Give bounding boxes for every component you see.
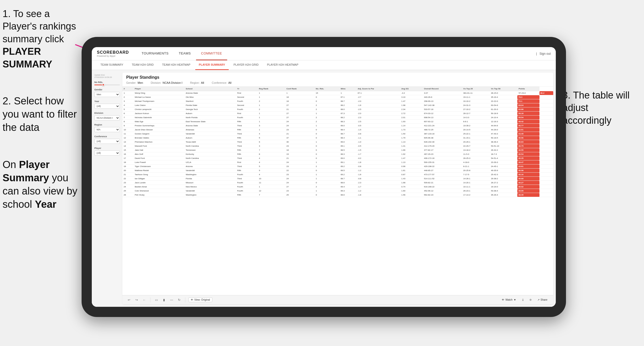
sign-out-link[interactable]: Sign out: [539, 52, 551, 56]
table-row[interactable]: 19Tiger ChristensenArizonaThird523269.2-…: [122, 164, 553, 169]
sub-tab-player-h2h-heatmap[interactable]: PLAYER H2H HEATMAP: [263, 60, 302, 70]
view-original-button[interactable]: 👁 View: Original: [188, 297, 212, 302]
toolbar-back[interactable]: ←: [141, 297, 147, 303]
no-rds-slider[interactable]: [94, 85, 120, 85]
table-cell-0: 12: [122, 136, 133, 140]
table-cell-5: 18: [285, 148, 315, 152]
table-row[interactable]: 6Jackson KoivunAuburnFirst127167.3-2.02.…: [122, 112, 553, 116]
table-cell-12: 24-10-4: [490, 116, 518, 120]
filter-player-select[interactable]: (All): [94, 150, 120, 156]
sub-tab-team-h2h-heatmap[interactable]: TEAM H2H HEATMAP: [159, 60, 194, 70]
filter-conference-select[interactable]: (All): [94, 139, 120, 144]
table-cell-13: 39.95: [517, 189, 539, 193]
toolbar-redo[interactable]: ↪: [134, 297, 139, 303]
table-row[interactable]: 13Phichaksn MaichonTexas A&MThird630169.…: [122, 140, 553, 144]
table-row[interactable]: 4Luke ClatonFlorida StateSecond127268.2-…: [122, 103, 553, 107]
table-row[interactable]: 22Ian GilliganFloridaThird1024168.7-0.81…: [122, 177, 553, 181]
table-cell-4: 1: [258, 103, 285, 107]
table-cell-10: 298-99-13: [423, 99, 462, 103]
nav-tab-teams[interactable]: TEAMS: [174, 47, 196, 60]
table-row[interactable]: 2Michael La SassoOle MissSecond118067.1-…: [122, 95, 553, 99]
table-cell-13: 68.04: [517, 103, 539, 107]
filter-region-select[interactable]: N/A All: [94, 127, 120, 132]
table-row[interactable]: 21Taehoon SongWashingtonFourth423169.2-1…: [122, 173, 553, 177]
table-row[interactable]: 20Matthew RiedelVanderbiltFifth922069.5-…: [122, 169, 553, 173]
table-cell-0: 10: [122, 128, 133, 132]
filter-division-select[interactable]: NCAA Division I NCAA Division II NCAA Di…: [94, 115, 120, 120]
table-row[interactable]: 8Mats EgeEast Tennessee StateFifth124268…: [122, 120, 553, 124]
table-cell-12: 63-54-6: [490, 103, 518, 107]
annotation-1: 1. To see a Player's rankings summary cl…: [3, 8, 82, 71]
table-cell-9: 0.74: [400, 185, 423, 189]
watch-button[interactable]: 👁 Watch ▼: [500, 298, 518, 302]
table-row[interactable]: 25Cole SherwoodVanderbiltFourth1223169.3…: [122, 189, 553, 193]
toolbar-paste[interactable]: ▮: [161, 297, 167, 303]
sub-tab-team-summary[interactable]: TEAM SUMMARY: [97, 60, 127, 70]
table-cell-3: Fourth: [236, 99, 257, 103]
table-cell-9: 1.47: [400, 156, 423, 160]
table-row[interactable]: 1Wenyi DingArizona StateFirst1115167.1-3…: [122, 91, 553, 95]
share-icon: ↗: [537, 298, 539, 301]
table-row[interactable]: 23Jack LundinMissouriFourth1124068.6-2.3…: [122, 181, 553, 185]
table-cell-7: 69.0: [339, 140, 356, 144]
table-cell-2: Florida State: [184, 103, 236, 107]
table-cell-11: 27-10-2: [462, 107, 490, 112]
nav-tab-tournaments[interactable]: TOURNAMENTS: [137, 47, 174, 60]
table-cell-8: -1.1: [356, 136, 400, 140]
table-row[interactable]: 9Preston SummerhaysArizona StateThird324…: [122, 124, 553, 128]
sub-tab-player-summary[interactable]: PLAYER SUMMARY: [195, 60, 229, 70]
annotation-bottom-prefix: On: [3, 159, 19, 170]
toolbar-undo[interactable]: ↩: [126, 297, 132, 303]
table-row[interactable]: 15Jake HallTennesseeFifth718068.5-1.51.6…: [122, 148, 553, 152]
table-cell-13: 40.55: [517, 148, 539, 152]
table-cell-1: Michael Thorbjornsen: [133, 99, 184, 103]
table-row[interactable]: 7Nicholas GabrelcikNorth FloridaFourth12…: [122, 116, 553, 120]
sub-tab-team-h2h-grid[interactable]: TEAM H2H GRID: [128, 60, 157, 70]
table-cell-11: 26-25-3: [462, 156, 490, 160]
table-cell-7: 67.1: [339, 95, 356, 99]
table-cell-1: Nicholas Gabrelcik: [133, 116, 184, 120]
table-cell-5: 24: [285, 124, 315, 128]
table-row[interactable]: 16Alex GoffKentuckyFifth819068.3-1.71.92…: [122, 152, 553, 156]
table-cell-2: Georgia Tech: [184, 107, 236, 112]
toolbar-copy[interactable]: ▭: [153, 297, 159, 303]
watch-chevron: ▼: [513, 298, 516, 301]
table-row[interactable]: 5Christo LamprechtGeorgia TechFourth2212…: [122, 107, 553, 112]
table-row[interactable]: 11Gordon SargentVanderbiltThird421068.7-…: [122, 132, 553, 136]
filter-gender-select[interactable]: Men Women: [94, 92, 120, 97]
table-row[interactable]: 10Jacob Shav-SlesserArkansasFifth123068.…: [122, 128, 553, 132]
share-label: Share: [540, 298, 547, 301]
table-cell-11: 13-18-2: [462, 148, 490, 152]
sub-tab-player-h2h-grid[interactable]: PLAYER H2H GRID: [230, 60, 262, 70]
table-cell-12: 24-45-1: [490, 164, 518, 169]
table-row[interactable]: 14Maxwell FordNorth CarolinaThird323069.…: [122, 144, 553, 148]
table-cell-7: 69.0: [339, 156, 356, 160]
table-cell-9: 1.14: [400, 124, 423, 128]
table-row[interactable]: 12Brendan ValdesAuburnFifth537068.4-1.11…: [122, 136, 553, 140]
table-row[interactable]: 26Petr HrubyWashingtonFifth725068.6-1.81…: [122, 193, 553, 197]
table-cell-0: 19: [122, 164, 133, 169]
table-cell-7: 68.7: [339, 132, 356, 136]
table-cell-12: 44-26-0: [490, 128, 518, 132]
share-button[interactable]: ↗ Share: [535, 298, 549, 302]
table-row[interactable]: 3Michael ThorbjornsenStanfordFourth21806…: [122, 99, 553, 103]
toolbar-download[interactable]: ⇓: [520, 297, 526, 303]
table-row[interactable]: 18Luke PowellUCLAFirst424169.1-1.81.1350…: [122, 160, 553, 164]
table-cell-8: -1.6: [356, 103, 400, 107]
table-row[interactable]: 17David FordNorth CarolinaThird421069.0-…: [122, 156, 553, 160]
view-icon: 👁: [191, 298, 193, 301]
toolbar-refresh[interactable]: ↻: [176, 297, 182, 303]
table-cell-10: 628-192-30: [423, 140, 462, 144]
table-row[interactable]: 24Bastien AmatNew MexicoFourth127269.4-1…: [122, 185, 553, 189]
table-cell-6: 2: [315, 164, 340, 169]
table-cell-12: 18-7-3: [490, 152, 518, 156]
col-points: Points: [517, 87, 539, 91]
table-cell-6: 1: [315, 189, 340, 193]
toolbar-dash[interactable]: —: [169, 297, 174, 303]
nav-tab-committee[interactable]: COMMITTEE: [196, 47, 227, 60]
filter-division: Division NCAA Division I NCAA Division I…: [94, 112, 120, 120]
toolbar-grid[interactable]: ⁜: [528, 297, 533, 303]
filter-year-select[interactable]: (All) First Second Third Fourth Fifth: [94, 104, 120, 109]
table-cell-5: 21: [285, 156, 315, 160]
table-cell-1: Luke Powell: [133, 160, 184, 164]
